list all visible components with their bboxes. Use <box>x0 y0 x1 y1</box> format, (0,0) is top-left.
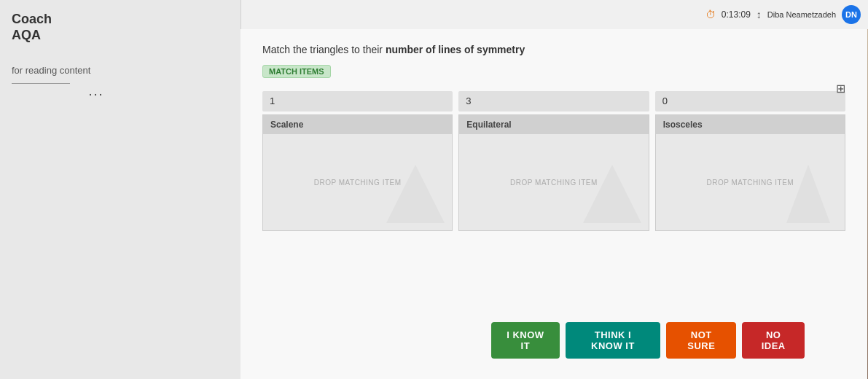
column-3-number: 0 <box>655 91 845 112</box>
question-text: Match the triangles to their number of l… <box>262 44 845 55</box>
chrome-bar: ⏱ 0:13:09 ↕ Diba Neametzadeh DN <box>241 0 868 29</box>
column-2: 3 Equilateral DROP MATCHING ITEM <box>458 91 649 231</box>
coach-label: Coach AQA <box>12 12 229 43</box>
user-avatar[interactable]: DN <box>842 5 861 24</box>
column-2-drop-zone[interactable]: DROP MATCHING ITEM <box>459 134 648 230</box>
column-2-box[interactable]: Equilateral DROP MATCHING ITEM <box>458 114 649 231</box>
grid-icon[interactable]: ⊞ <box>836 82 845 95</box>
column-1-drop-zone[interactable]: DROP MATCHING ITEM <box>263 134 452 230</box>
sidebar-divider <box>12 83 70 84</box>
svg-marker-2 <box>786 165 830 223</box>
no-idea-button[interactable]: NO IDEA <box>742 322 805 359</box>
sidebar: Coach AQA for reading content ⋮ <box>0 0 241 379</box>
confidence-buttons: I KNOW IT THINK I KNOW IT NOT SURE NO ID… <box>491 322 805 359</box>
column-3-drop-zone[interactable]: DROP MATCHING ITEM <box>656 134 845 230</box>
timer-display: 0:13:09 <box>722 9 751 20</box>
match-area: 1 Scalene DROP MATCHING ITEM 3 Equilater… <box>262 91 845 231</box>
not-sure-button[interactable]: NOT SURE <box>666 322 736 359</box>
column-3-box[interactable]: Isosceles DROP MATCHING ITEM <box>655 114 845 231</box>
timer-icon: ⏱ <box>705 9 716 20</box>
column-3-label: Isosceles <box>656 115 845 134</box>
column-1: 1 Scalene DROP MATCHING ITEM <box>262 91 453 231</box>
match-items-badge: MATCH ITEMS <box>262 65 331 78</box>
main-content: Match the triangles to their number of l… <box>241 29 867 379</box>
tuning-icon[interactable]: ↕ <box>756 9 762 20</box>
i-know-it-button[interactable]: I KNOW IT <box>491 322 560 359</box>
column-3: 0 Isosceles DROP MATCHING ITEM <box>655 91 845 231</box>
username-label: Diba Neametzadeh <box>767 10 836 19</box>
column-1-box[interactable]: Scalene DROP MATCHING ITEM <box>262 114 453 231</box>
svg-marker-0 <box>386 165 445 223</box>
reading-label: for reading content <box>12 65 229 76</box>
svg-marker-1 <box>583 165 641 223</box>
column-1-number: 1 <box>262 91 453 112</box>
column-2-label: Equilateral <box>459 115 648 134</box>
more-options-icon[interactable]: ⋮ <box>87 87 105 102</box>
column-1-label: Scalene <box>263 115 452 134</box>
think-i-know-it-button[interactable]: THINK I KNOW IT <box>566 322 660 359</box>
question-bold: number of lines of symmetry <box>386 44 525 55</box>
column-2-number: 3 <box>458 91 649 112</box>
